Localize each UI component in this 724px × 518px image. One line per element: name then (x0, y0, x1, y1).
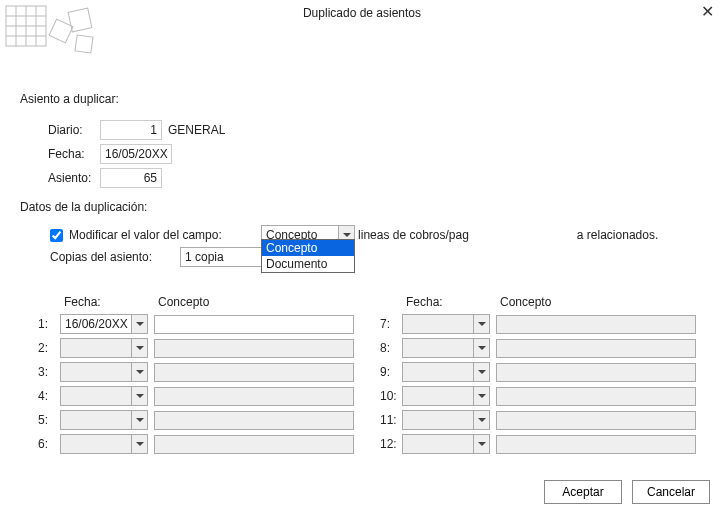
row-date-combo (402, 314, 490, 334)
row-index: 11: (380, 413, 402, 427)
row-date-text (403, 435, 473, 453)
row-concept-field (497, 316, 695, 333)
row-index: 6: (38, 437, 60, 451)
row-date-combo (402, 410, 490, 430)
copies-label: Copias del asiento: (50, 250, 180, 264)
row-date-text (61, 411, 131, 429)
table-row: 11: (380, 408, 696, 432)
chevron-down-icon (131, 435, 147, 453)
row-date-combo (60, 410, 148, 430)
row-date-text (403, 315, 473, 333)
chevron-down-icon (131, 411, 147, 429)
table-row: 12: (380, 432, 696, 456)
duplicate-lines-label-right: a relacionados. (577, 228, 658, 242)
grid-header-concepto: Concepto (494, 295, 694, 309)
row-date-text (61, 435, 131, 453)
row-date-combo (402, 362, 490, 382)
row-date-text (61, 363, 131, 381)
chevron-down-icon (473, 315, 489, 333)
accept-button[interactable]: Aceptar (544, 480, 622, 504)
row-concept-field (155, 436, 353, 453)
table-row: 9: (380, 360, 696, 384)
row-index: 9: (380, 365, 402, 379)
row-concept-field (497, 412, 695, 429)
row-concept-input (154, 363, 354, 382)
row-concept-field (497, 364, 695, 381)
row-index: 12: (380, 437, 402, 451)
chevron-down-icon (131, 339, 147, 357)
row-index: 8: (380, 341, 402, 355)
label-diario: Diario: (20, 123, 100, 137)
row-index: 7: (380, 317, 402, 331)
row-concept-input (496, 339, 696, 358)
row-concept-input (496, 315, 696, 334)
chevron-down-icon (473, 435, 489, 453)
row-date-combo (60, 362, 148, 382)
row-concept-input[interactable] (154, 315, 354, 334)
row-index: 1: (38, 317, 60, 331)
section-dup-label: Datos de la duplicación: (20, 200, 724, 214)
row-concept-input (496, 387, 696, 406)
row-concept-input (154, 339, 354, 358)
modify-field-label: Modificar el valor del campo: (69, 228, 222, 242)
table-row: 10: (380, 384, 696, 408)
label-asiento: Asiento: (20, 171, 100, 185)
row-concept-field[interactable] (155, 316, 353, 333)
row-date-combo (60, 338, 148, 358)
row-date-combo[interactable]: 16/06/20XX (60, 314, 148, 334)
row-date-text (403, 411, 473, 429)
table-row: 1:16/06/20XX (38, 312, 354, 336)
table-row: 2: (38, 336, 354, 360)
table-row: 6: (38, 432, 354, 456)
row-date-text (403, 363, 473, 381)
table-row: 8: (380, 336, 696, 360)
row-concept-field (497, 340, 695, 357)
row-date-text (61, 339, 131, 357)
row-index: 4: (38, 389, 60, 403)
row-date-combo (402, 386, 490, 406)
chevron-down-icon (131, 387, 147, 405)
row-date-text (403, 339, 473, 357)
row-index: 2: (38, 341, 60, 355)
row-concept-input (154, 435, 354, 454)
section-source-label: Asiento a duplicar: (20, 92, 225, 106)
row-index: 5: (38, 413, 60, 427)
asiento-value: 65 (100, 168, 162, 188)
chevron-down-icon (473, 339, 489, 357)
row-concept-input (496, 363, 696, 382)
table-row: 4: (38, 384, 354, 408)
table-row: 5: (38, 408, 354, 432)
table-row: 7: (380, 312, 696, 336)
row-date-text: 16/06/20XX (61, 315, 131, 333)
row-index: 3: (38, 365, 60, 379)
row-date-combo (402, 338, 490, 358)
row-concept-input (154, 411, 354, 430)
dropdown-option-concepto[interactable]: Concepto (262, 240, 354, 256)
chevron-down-icon (473, 387, 489, 405)
row-concept-field (497, 388, 695, 405)
modify-field-checkbox[interactable] (50, 229, 63, 242)
grid-header-fecha: Fecha: (60, 295, 152, 309)
fecha-value: 16/05/20XX (100, 144, 172, 164)
grid-header-concepto: Concepto (152, 295, 352, 309)
modify-field-dropdown[interactable]: Concepto Documento (261, 239, 355, 273)
row-concept-field (155, 340, 353, 357)
diario-number: 1 (100, 120, 162, 140)
row-date-combo (60, 434, 148, 454)
chevron-down-icon (473, 411, 489, 429)
chevron-down-icon (131, 363, 147, 381)
row-date-text (403, 387, 473, 405)
row-index: 10: (380, 389, 402, 403)
row-date-combo (60, 386, 148, 406)
grid-header-fecha: Fecha: (402, 295, 494, 309)
chevron-down-icon[interactable] (131, 315, 147, 333)
row-concept-field (155, 364, 353, 381)
row-concept-field (155, 388, 353, 405)
row-concept-input (154, 387, 354, 406)
cancel-button[interactable]: Cancelar (632, 480, 710, 504)
dropdown-option-documento[interactable]: Documento (262, 256, 354, 272)
chevron-down-icon (473, 363, 489, 381)
row-date-text (61, 387, 131, 405)
row-concept-input (496, 435, 696, 454)
row-concept-input (496, 411, 696, 430)
